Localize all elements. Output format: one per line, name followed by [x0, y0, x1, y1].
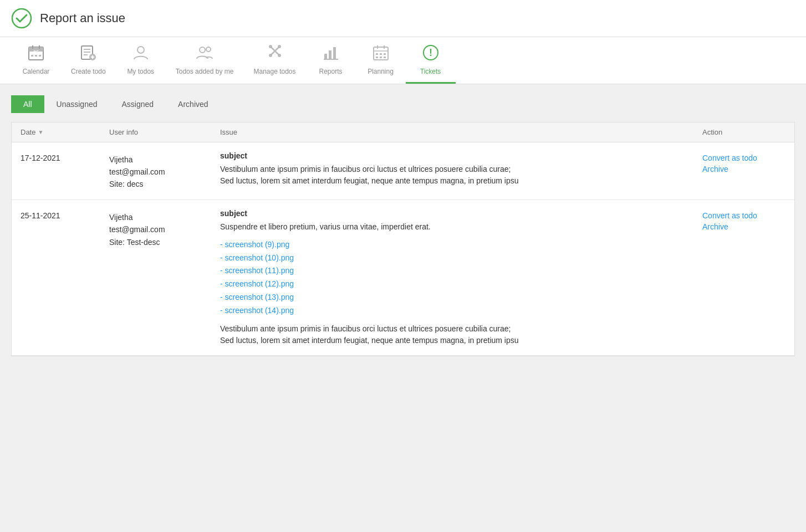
issue-body-1: Vestibulum ante ipsum primis in faucibus… [220, 163, 702, 187]
my-todos-icon [132, 44, 150, 64]
issue-body-2: Suspendre et libero pretium, varius urna… [220, 221, 702, 233]
svg-text:!: ! [429, 47, 432, 58]
row-date-1: 17-12-2021 [21, 151, 109, 162]
nav-item-calendar[interactable]: 06 Calendar [11, 37, 61, 84]
svg-point-24 [278, 54, 281, 57]
svg-rect-33 [376, 53, 378, 55]
issue-attachments-2: - screenshot (9).png - screenshot (10).p… [220, 238, 702, 318]
archive-button-2[interactable]: Archive [702, 222, 785, 231]
todos-added-icon [196, 44, 213, 64]
calendar-icon: 06 [27, 44, 45, 64]
nav-item-create-todo[interactable]: Create todo [61, 37, 116, 84]
tickets-icon: ! [422, 44, 440, 64]
nav-item-my-todos[interactable]: My todos [116, 37, 166, 84]
svg-point-0 [12, 9, 31, 28]
svg-rect-35 [384, 53, 386, 55]
nav-label-manage-todos: Manage todos [253, 68, 295, 76]
svg-point-16 [137, 47, 144, 53]
main-content: All Unassigned Assigned Archived Date ▼ … [0, 84, 806, 367]
filter-tab-unassigned[interactable]: Unassigned [44, 95, 110, 113]
row-issue-1: subject Vestibulum ante ipsum primis in … [220, 151, 702, 187]
issues-table: Date ▼ User info Issue Action 17-12-2021… [11, 122, 795, 356]
row-actions-1: Convert as todo Archive [702, 151, 785, 173]
attachment-link-14[interactable]: - screenshot (14).png [220, 304, 702, 318]
nav-label-my-todos: My todos [127, 68, 154, 76]
svg-rect-27 [333, 47, 336, 59]
svg-text:06: 06 [33, 49, 39, 55]
app-logo-icon [11, 8, 32, 29]
nav-item-reports[interactable]: Reports [306, 37, 356, 84]
table-row: 17-12-2021 Vijetha test@gmail.com Site: … [12, 142, 794, 200]
nav-item-tickets[interactable]: ! Tickets [406, 37, 456, 84]
archive-button-1[interactable]: Archive [702, 165, 785, 173]
convert-as-todo-button-1[interactable]: Convert as todo [702, 154, 785, 162]
header-action: Action [702, 128, 785, 136]
svg-rect-26 [329, 50, 331, 59]
svg-rect-36 [376, 57, 378, 58]
svg-point-22 [278, 45, 281, 48]
svg-rect-34 [380, 53, 382, 55]
nav-label-planning: Planning [368, 68, 394, 76]
svg-rect-7 [35, 55, 37, 57]
navigation-bar: 06 Calendar Create todo [0, 37, 806, 84]
svg-point-21 [269, 45, 272, 48]
svg-rect-25 [324, 54, 327, 59]
nav-label-reports: Reports [319, 68, 343, 76]
filter-tabs: All Unassigned Assigned Archived [11, 95, 795, 113]
attachment-link-10[interactable]: - screenshot (10).png [220, 252, 702, 265]
row-user-1: Vijetha test@gmail.com Site: decs [109, 151, 220, 191]
svg-point-18 [206, 47, 211, 52]
user-email-1: test@gmail.com [109, 166, 220, 178]
user-name-2: Vijetha [109, 211, 220, 223]
nav-label-calendar: Calendar [23, 68, 50, 76]
issue-footer-2: Vestibulum ante ipsum primis in faucibus… [220, 323, 702, 346]
create-todo-icon [79, 44, 97, 64]
row-date-2: 25-11-2021 [21, 209, 109, 220]
user-name-1: Vijetha [109, 154, 220, 166]
row-issue-2: subject Suspendre et libero pretium, var… [220, 209, 702, 346]
page-header: Report an issue [0, 0, 806, 37]
svg-rect-6 [31, 55, 33, 57]
user-email-2: test@gmail.com [109, 223, 220, 236]
attachment-link-9[interactable]: - screenshot (9).png [220, 238, 702, 252]
issue-subject-1: subject [220, 151, 702, 160]
nav-item-manage-todos[interactable]: Manage todos [243, 37, 305, 84]
attachment-link-12[interactable]: - screenshot (12).png [220, 278, 702, 291]
manage-todos-icon [266, 44, 284, 64]
header-user-info: User info [109, 128, 220, 136]
attachment-link-13[interactable]: - screenshot (13).png [220, 291, 702, 304]
svg-rect-37 [380, 57, 382, 58]
table-row: 25-11-2021 Vijetha test@gmail.com Site: … [12, 200, 794, 356]
issue-subject-2: subject [220, 209, 702, 218]
svg-rect-38 [384, 57, 386, 58]
nav-item-planning[interactable]: Planning [356, 37, 406, 84]
svg-rect-8 [39, 55, 41, 57]
nav-label-todos-added-by-me: Todos added by me [176, 68, 234, 76]
svg-point-17 [200, 47, 205, 53]
convert-as-todo-button-2[interactable]: Convert as todo [702, 211, 785, 220]
reports-icon [322, 44, 340, 64]
user-site-1: Site: decs [109, 178, 220, 190]
nav-item-todos-added-by-me[interactable]: Todos added by me [166, 37, 244, 84]
filter-tab-all[interactable]: All [11, 95, 44, 113]
filter-tab-archived[interactable]: Archived [166, 95, 220, 113]
user-site-2: Site: Test-desc [109, 236, 220, 248]
header-issue: Issue [220, 128, 702, 136]
row-actions-2: Convert as todo Archive [702, 209, 785, 231]
row-user-2: Vijetha test@gmail.com Site: Test-desc [109, 209, 220, 248]
attachment-link-11[interactable]: - screenshot (11).png [220, 264, 702, 278]
planning-icon [372, 44, 390, 64]
filter-tab-assigned[interactable]: Assigned [110, 95, 166, 113]
nav-label-tickets: Tickets [420, 68, 441, 76]
svg-point-23 [269, 54, 272, 57]
header-date: Date ▼ [21, 128, 109, 136]
table-header: Date ▼ User info Issue Action [12, 122, 794, 142]
page-title: Report an issue [40, 11, 125, 25]
nav-label-create-todo: Create todo [71, 68, 106, 76]
sort-arrow-icon: ▼ [38, 129, 43, 135]
